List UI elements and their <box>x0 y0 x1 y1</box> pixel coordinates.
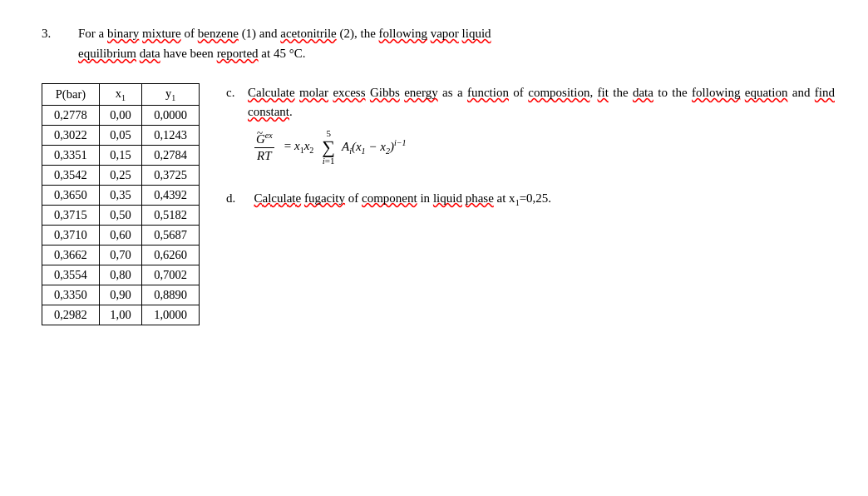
table-row: 0,3710 0,60 0,5687 <box>42 225 200 245</box>
cell-p: 0,3662 <box>42 245 100 265</box>
cell-x1: 0,70 <box>99 245 141 265</box>
cell-p: 0,3351 <box>42 145 100 165</box>
problem-number: 3. <box>42 23 65 63</box>
word-fit: fit <box>598 86 609 99</box>
problem-header: 3. For a binary mixture of benzene (1) a… <box>42 23 835 63</box>
word-phase: phase <box>466 191 494 205</box>
cell-x1: 1,00 <box>99 305 141 325</box>
word-mixture: mixture <box>142 27 181 40</box>
word-molar: molar <box>299 86 328 99</box>
word-liquid: liquid <box>433 191 462 205</box>
sigma-expression: Ai(x1 − x2)i−1 <box>342 138 406 156</box>
content-area: P(bar) x1 y1 0,2778 0,00 0,0000 0,3022 0… <box>42 83 835 325</box>
table-row: 0,3715 0,50 0,5182 <box>42 205 200 225</box>
cell-p: 0,3542 <box>42 165 100 185</box>
word-vapor: vapor <box>431 27 459 40</box>
col-header-x1: x1 <box>99 84 141 106</box>
word-composition: composition <box>528 86 589 99</box>
table-row: 0,3650 0,35 0,4392 <box>42 185 200 205</box>
part-d-label: d. <box>226 189 241 210</box>
right-side: c. Calculate molar excess Gibbs energy a… <box>226 83 835 209</box>
table-row: 0,3554 0,80 0,7002 <box>42 265 200 285</box>
col-header-p: P(bar) <box>42 84 100 106</box>
cell-x1: 0,25 <box>99 165 141 185</box>
cell-y1: 0,7002 <box>142 265 200 285</box>
part-d-text: Calculate fugacity of component in liqui… <box>248 189 551 210</box>
word-equation: equation <box>745 86 788 99</box>
cell-x1: 0,60 <box>99 225 141 245</box>
cell-x1: 0,15 <box>99 145 141 165</box>
part-c-text: Calculate molar excess Gibbs energy as a… <box>248 83 835 122</box>
problem-intro: For a binary mixture of benzene (1) and … <box>78 23 491 63</box>
word-component: component <box>362 191 417 205</box>
table-row: 0,3662 0,70 0,6260 <box>42 245 200 265</box>
cell-y1: 0,3725 <box>142 165 200 185</box>
part-c-label: c. <box>226 83 241 122</box>
cell-p: 0,3650 <box>42 185 100 205</box>
table-row: 0,3350 0,90 0,8890 <box>42 285 200 305</box>
word-binary: binary <box>107 27 139 40</box>
cell-y1: 0,8890 <box>142 285 200 305</box>
table-row: 0,2778 0,00 0,0000 <box>42 105 200 125</box>
col-header-y1: y1 <box>142 84 200 106</box>
ex-superscript: ex <box>265 131 273 140</box>
cell-x1: 0,50 <box>99 205 141 225</box>
fraction-Gex-RT: ~G ex RT <box>254 131 274 163</box>
data-table: P(bar) x1 y1 0,2778 0,00 0,0000 0,3022 0… <box>42 83 200 325</box>
cell-x1: 0,05 <box>99 125 141 145</box>
cell-y1: 0,0000 <box>142 105 200 125</box>
cell-p: 0,3710 <box>42 225 100 245</box>
table-row: 0,2982 1,00 1,0000 <box>42 305 200 325</box>
word-data: data <box>633 86 653 99</box>
part-d: d. Calculate fugacity of component in li… <box>226 189 835 210</box>
sigma-block: 5 ∑ i=1 <box>322 129 335 166</box>
word-liquid: liquid <box>462 27 491 40</box>
fraction-denominator: RT <box>255 148 274 163</box>
sigma-symbol: ∑ <box>322 138 335 156</box>
cell-p: 0,3554 <box>42 265 100 285</box>
word-calculate-c: Calculate <box>248 86 295 99</box>
cell-x1: 0,80 <box>99 265 141 285</box>
word-following-eq: following <box>692 86 740 99</box>
formula-area: ~G ex RT = x1x2 5 ∑ i=1 Ai(x1 − x2)i−1 <box>249 129 835 166</box>
part-c: c. Calculate molar excess Gibbs energy a… <box>226 83 835 122</box>
word-excess: excess <box>333 86 365 99</box>
word-fugacity: fugacity <box>304 191 345 205</box>
word-find: find <box>815 86 835 99</box>
word-acetonitrile: acetonitrile <box>280 27 336 40</box>
cell-x1: 0,00 <box>99 105 141 125</box>
word-reported: reported <box>217 47 259 60</box>
sigma-lower-limit: i=1 <box>323 156 335 166</box>
word-calculate-d: Calculate <box>254 191 302 205</box>
word-gibbs: Gibbs <box>370 86 400 99</box>
cell-x1: 0,35 <box>99 185 141 205</box>
cell-p: 0,3350 <box>42 285 100 305</box>
word-energy: energy <box>404 86 438 99</box>
cell-p: 0,2982 <box>42 305 100 325</box>
tilde-G-symbol: ~G <box>256 132 265 146</box>
cell-p: 0,2778 <box>42 105 100 125</box>
cell-y1: 0,4392 <box>142 185 200 205</box>
cell-y1: 0,2784 <box>142 145 200 165</box>
table-row: 0,3542 0,25 0,3725 <box>42 165 200 185</box>
word-following: following <box>379 27 427 40</box>
cell-y1: 0,5182 <box>142 205 200 225</box>
word-benzene: benzene <box>198 27 239 40</box>
part-c-container: c. Calculate molar excess Gibbs energy a… <box>226 83 835 166</box>
fraction-numerator: ~G ex <box>254 131 274 148</box>
word-constant: constant <box>248 105 289 118</box>
word-equilibrium: equilibrium <box>78 47 136 60</box>
cell-p: 0,3022 <box>42 125 100 145</box>
equals-sign: = x1x2 <box>284 139 314 155</box>
table-row: 0,3351 0,15 0,2784 <box>42 145 200 165</box>
cell-y1: 1,0000 <box>142 305 200 325</box>
cell-y1: 0,6260 <box>142 245 200 265</box>
cell-p: 0,3715 <box>42 205 100 225</box>
cell-y1: 0,5687 <box>142 225 200 245</box>
word-data: data <box>140 47 160 60</box>
cell-y1: 0,1243 <box>142 125 200 145</box>
table-row: 0,3022 0,05 0,1243 <box>42 125 200 145</box>
word-function: function <box>467 86 509 99</box>
cell-x1: 0,90 <box>99 285 141 305</box>
